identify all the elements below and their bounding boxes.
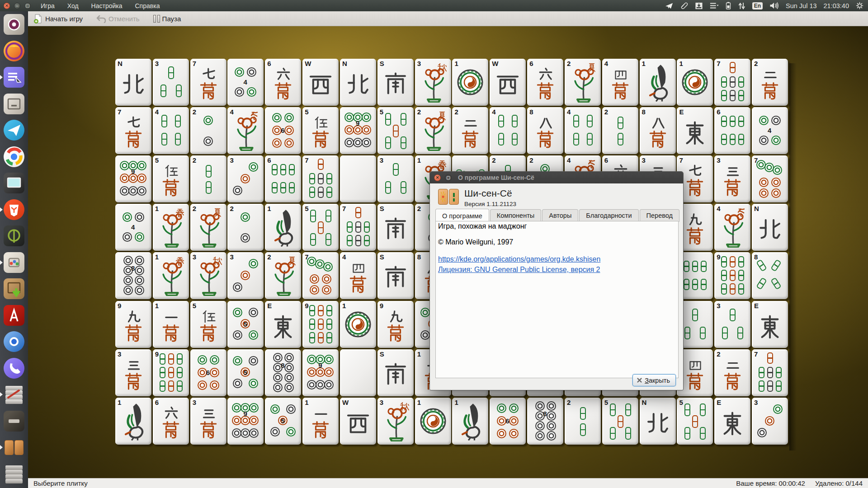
paperclip-icon[interactable] bbox=[680, 2, 688, 9]
tile-s3[interactable]: 3 bbox=[415, 59, 451, 106]
launcher-item-ubuntu-software[interactable] bbox=[0, 249, 28, 276]
tile-b1[interactable]: 1 bbox=[640, 59, 676, 106]
tile-w5[interactable]: 5 bbox=[190, 301, 226, 348]
download-tray-icon[interactable] bbox=[695, 2, 703, 9]
tile-b3[interactable]: 3 bbox=[153, 59, 189, 106]
launcher-item-kshisen[interactable] bbox=[0, 434, 28, 461]
tile-b3[interactable]: 3 bbox=[714, 301, 750, 348]
tile-d5[interactable]: 5 bbox=[265, 398, 301, 445]
tile-d1[interactable]: 1 bbox=[452, 59, 488, 106]
tile-s4[interactable]: 4 bbox=[714, 204, 750, 251]
tile-w7[interactable]: 7 bbox=[190, 59, 226, 106]
tile-d6[interactable]: 6 bbox=[490, 398, 526, 445]
telegram-icon[interactable] bbox=[665, 2, 674, 9]
tile-b5[interactable]: 5 bbox=[377, 107, 414, 154]
tile-W[interactable]: W bbox=[302, 59, 339, 106]
tile-E[interactable]: E bbox=[265, 301, 301, 348]
tile-s3[interactable]: 3 bbox=[377, 398, 414, 445]
tile-w2[interactable]: 2 bbox=[752, 59, 788, 106]
tile-w3[interactable]: 3 bbox=[190, 398, 226, 445]
tile-N[interactable]: N bbox=[340, 59, 376, 106]
tile-d8[interactable]: 8 bbox=[527, 398, 563, 445]
tile-b6[interactable]: 6 bbox=[265, 155, 301, 202]
tile-w4[interactable]: 4 bbox=[602, 59, 638, 106]
dialog-close-icon[interactable]: ✕ bbox=[434, 174, 441, 181]
launcher-item-scanner-app[interactable] bbox=[0, 408, 28, 435]
menu-Настройка[interactable]: Настройка bbox=[91, 2, 123, 9]
tile-d9[interactable]: 9 bbox=[302, 349, 339, 396]
tile-b3[interactable]: 3 bbox=[377, 155, 414, 202]
launcher-item-file-cabinet[interactable] bbox=[0, 91, 28, 117]
battery-icon[interactable] bbox=[726, 2, 731, 9]
tile-b5[interactable]: 5 bbox=[677, 398, 713, 445]
tile-s2[interactable]: 2 bbox=[190, 204, 226, 251]
tile-b7[interactable]: 7 bbox=[340, 204, 376, 251]
license-link[interactable]: Лицензия: GNU General Public License, ве… bbox=[438, 266, 600, 274]
dialog-titlebar[interactable]: ✕ ▢ О программе Ши-сен-Сё bbox=[430, 172, 683, 183]
tile-E[interactable]: E bbox=[677, 107, 713, 154]
tile-d3[interactable]: 3 bbox=[752, 398, 788, 445]
tile-d4[interactable]: 4 bbox=[115, 204, 151, 251]
tile-b9[interactable]: 9 bbox=[153, 349, 189, 396]
tile-d3[interactable]: 3 bbox=[227, 155, 264, 202]
tile-S[interactable]: S bbox=[377, 59, 414, 106]
tile-w6[interactable]: 6 bbox=[527, 59, 563, 106]
tile-E[interactable]: E bbox=[752, 301, 788, 348]
tile-w6[interactable]: 6 bbox=[153, 398, 189, 445]
launcher-item-window-stack[interactable] bbox=[0, 381, 28, 408]
tab-Перевод[interactable]: Перевод bbox=[640, 209, 679, 222]
tile-S[interactable]: S bbox=[377, 204, 414, 251]
tile-E[interactable]: E bbox=[714, 398, 750, 445]
tab-О программе[interactable]: О программе bbox=[435, 209, 489, 222]
tile-d6[interactable]: 6 bbox=[265, 107, 301, 154]
tile-w3[interactable]: 3 bbox=[115, 349, 151, 396]
tile-W[interactable]: W bbox=[340, 398, 376, 445]
launcher-item-package-installer[interactable] bbox=[0, 276, 28, 302]
tile-b2[interactable]: 2 bbox=[565, 398, 601, 445]
tile-d4[interactable]: 4 bbox=[752, 107, 788, 154]
tile-d9[interactable]: 9 bbox=[227, 398, 264, 445]
updown-arrows-icon[interactable] bbox=[738, 2, 745, 9]
menu-Игра[interactable]: Игра bbox=[41, 2, 55, 9]
keyboard-layout-badge[interactable]: En bbox=[752, 2, 763, 9]
undo-button[interactable]: Отменить bbox=[96, 14, 140, 23]
tile-s2[interactable]: 2 bbox=[265, 252, 301, 299]
tile-b8[interactable]: 8 bbox=[752, 252, 788, 299]
tile-w3[interactable]: 3 bbox=[714, 155, 750, 202]
window-close-button[interactable]: ✕ bbox=[4, 3, 10, 9]
tile-b2[interactable]: 2 bbox=[190, 155, 226, 202]
menu-Ход[interactable]: Ход bbox=[67, 2, 79, 9]
homepage-link[interactable]: https://kde.org/applications/games/org.k… bbox=[438, 255, 600, 263]
tile-d9[interactable]: 9 bbox=[115, 155, 151, 202]
tile-d8[interactable]: 8 bbox=[265, 349, 301, 396]
tile-b4[interactable]: 4 bbox=[565, 107, 601, 154]
volume-icon[interactable] bbox=[769, 2, 779, 9]
tile-b9[interactable]: 9 bbox=[714, 252, 750, 299]
tile-w5[interactable]: 5 bbox=[153, 155, 189, 202]
tile-b5[interactable]: 5 bbox=[302, 204, 339, 251]
tile-w9[interactable]: 9 bbox=[377, 301, 414, 348]
tab-Компоненты[interactable]: Компоненты bbox=[490, 209, 542, 222]
tile-w5[interactable]: 5 bbox=[302, 107, 339, 154]
tile-s2[interactable]: 2 bbox=[565, 59, 601, 106]
tile-d7[interactable]: 7 bbox=[302, 252, 339, 299]
launcher-item-firefox[interactable] bbox=[0, 38, 28, 65]
panel-date[interactable]: Sun Jul 13 bbox=[786, 2, 817, 9]
tile-b7[interactable]: 7 bbox=[714, 59, 750, 106]
tile-s1[interactable]: 1 bbox=[153, 252, 189, 299]
launcher-item-screenshot-tool[interactable] bbox=[0, 170, 28, 197]
tile-d2[interactable]: 2 bbox=[190, 107, 226, 154]
tab-Благодарности[interactable]: Благодарности bbox=[579, 209, 638, 222]
tile-S[interactable]: S bbox=[377, 252, 414, 299]
launcher-item-quake-app[interactable] bbox=[0, 223, 28, 249]
pause-button[interactable]: Пауза bbox=[153, 15, 181, 23]
tile-N[interactable]: N bbox=[115, 59, 151, 106]
tile-d5[interactable]: 5 bbox=[227, 301, 264, 348]
tile-w2[interactable]: 2 bbox=[452, 107, 488, 154]
tile-w2[interactable]: 2 bbox=[714, 349, 750, 396]
tile-s3[interactable]: 3 bbox=[190, 252, 226, 299]
tile-S[interactable]: S bbox=[377, 349, 414, 396]
launcher-item-chromium[interactable] bbox=[0, 328, 28, 355]
tile-d1[interactable]: 1 bbox=[415, 398, 451, 445]
tile-b4[interactable]: 4 bbox=[490, 107, 526, 154]
